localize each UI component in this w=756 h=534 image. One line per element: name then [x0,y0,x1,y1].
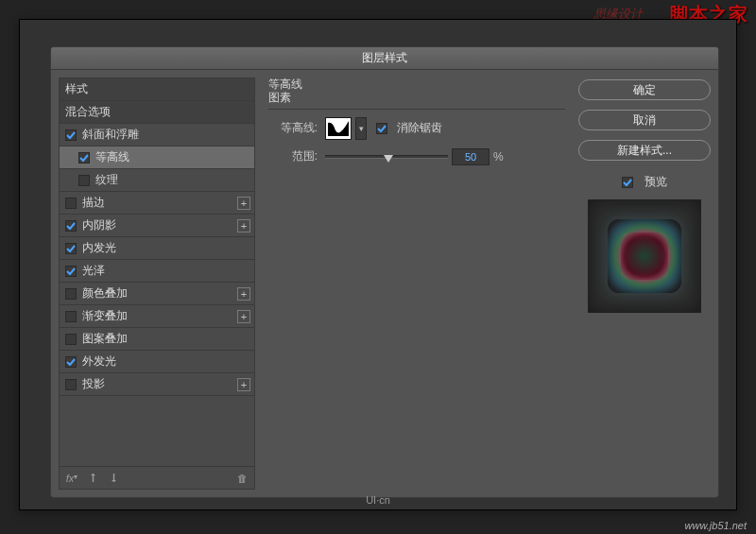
style-item-6[interactable]: 光泽 [60,260,254,283]
new-style-button[interactable]: 新建样式... [578,140,711,161]
style-item-2[interactable]: 纹理 [60,169,254,192]
checkbox-icon[interactable] [65,356,77,368]
section-title: 等高线 图素 [268,78,565,105]
style-item-0[interactable]: 斜面和浮雕 [60,124,254,146]
style-item-label: 颜色叠加 [82,285,128,301]
arrow-up-icon[interactable]: 🠕 [86,473,99,484]
style-item-label: 投影 [82,376,105,392]
style-item-label: 外发光 [82,353,116,370]
style-item-label: 光泽 [82,263,105,279]
style-item-3[interactable]: 描边+ [60,192,254,215]
layer-style-dialog: 图层样式 样式 混合选项 斜面和浮雕等高线纹理描边+内阴影+内发光光泽颜色叠加+… [50,46,719,498]
checkbox-icon[interactable] [65,288,77,300]
style-item-8[interactable]: 渐变叠加+ [60,305,254,328]
style-item-label: 斜面和浮雕 [82,127,139,143]
style-item-label: 内阴影 [82,217,116,233]
style-item-label: 等高线 [95,149,129,165]
checkbox-icon[interactable] [65,379,77,390]
style-item-9[interactable]: 图案叠加 [60,328,254,351]
checkbox-icon[interactable] [65,266,77,277]
blending-options[interactable]: 混合选项 [60,101,254,124]
settings-panel: 等高线 图素 等高线: ▾ 消除锯齿 [263,78,571,490]
preview-thumbnail [588,199,701,313]
style-item-7[interactable]: 颜色叠加+ [60,283,254,305]
styles-header-label: 样式 [65,81,88,97]
contour-label: 等高线: [268,120,325,136]
style-item-label: 描边 [82,195,105,211]
add-icon[interactable]: + [237,197,250,210]
add-icon[interactable]: + [237,378,250,391]
styles-footer: fx▾ 🠕 🠗 🗑 [60,466,254,489]
dialog-title: 图层样式 [51,47,718,70]
checkbox-icon[interactable] [78,152,90,164]
style-item-label: 纹理 [95,172,118,188]
fx-icon[interactable]: fx▾ [65,473,78,484]
range-label: 范围: [268,148,325,164]
checkbox-icon[interactable] [65,311,77,322]
style-item-5[interactable]: 内发光 [60,237,254,260]
arrow-down-icon[interactable]: 🠗 [107,473,120,484]
actions-panel: 确定 取消 新建样式... 预览 [578,78,711,490]
checkbox-icon[interactable] [65,243,77,254]
contour-row: 等高线: ▾ 消除锯齿 [268,117,565,140]
style-item-label: 内发光 [82,240,116,256]
cancel-button[interactable]: 取消 [578,110,711,130]
preview-checkbox[interactable]: 预览 [578,174,711,190]
styles-header[interactable]: 样式 [60,78,254,101]
styles-list: 样式 混合选项 斜面和浮雕等高线纹理描边+内阴影+内发光光泽颜色叠加+渐变叠加+… [60,78,254,466]
add-icon[interactable]: + [237,310,250,323]
add-icon[interactable]: + [237,287,250,301]
contour-dropdown[interactable]: ▾ [355,117,367,140]
range-unit: % [493,150,504,164]
trash-icon[interactable]: 🗑 [235,473,249,484]
range-slider[interactable] [325,149,448,164]
style-item-4[interactable]: 内阴影+ [60,215,254,237]
check-icon [376,123,387,134]
checkbox-icon[interactable] [78,175,90,186]
ok-button[interactable]: 确定 [578,79,711,100]
check-icon [622,177,633,188]
settings-body: 等高线: ▾ 消除锯齿 范围: [268,109,565,490]
style-item-10[interactable]: 外发光 [60,351,254,373]
watermark-bottom-right: www.jb51.net [685,520,747,531]
range-row: 范围: % [268,146,565,168]
styles-panel: 样式 混合选项 斜面和浮雕等高线纹理描边+内阴影+内发光光泽颜色叠加+渐变叠加+… [59,78,255,490]
style-item-11[interactable]: 投影+ [60,373,254,396]
preview-label: 预览 [644,174,667,190]
contour-thumbnail[interactable] [325,117,352,140]
blending-options-label: 混合选项 [65,104,111,120]
style-item-1[interactable]: 等高线 [60,146,254,169]
checkbox-icon[interactable] [65,334,77,345]
dialog-content: 样式 混合选项 斜面和浮雕等高线纹理描边+内阴影+内发光光泽颜色叠加+渐变叠加+… [51,70,718,497]
checkbox-icon[interactable] [65,129,77,141]
checkbox-icon[interactable] [65,198,77,209]
slider-knob-icon [384,155,393,163]
add-icon[interactable]: + [237,219,250,233]
footer-logo: UI·cn [366,494,390,506]
style-item-label: 图案叠加 [82,331,128,347]
range-input[interactable] [452,148,490,165]
app-frame: 图层样式 样式 混合选项 斜面和浮雕等高线纹理描边+内阴影+内发光光泽颜色叠加+… [19,19,737,510]
checkbox-icon[interactable] [65,220,77,232]
antialias-checkbox[interactable]: 消除锯齿 [376,120,442,136]
style-item-label: 渐变叠加 [82,308,128,324]
antialias-label: 消除锯齿 [397,120,442,136]
